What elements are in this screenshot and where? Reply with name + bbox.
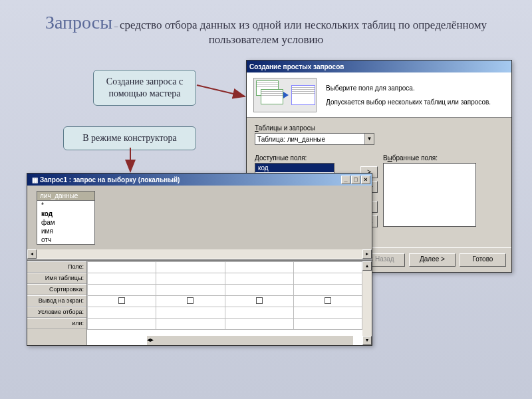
row-label-sort: Сортировка:: [27, 284, 86, 295]
minimize-button[interactable]: _: [341, 176, 350, 184]
table-name-header: лич_данные: [37, 192, 94, 201]
designer-title: Запрос1 : запрос на выборку (локальный): [40, 176, 341, 184]
dropdown-arrow-icon[interactable]: ▼: [364, 134, 374, 144]
close-button[interactable]: ×: [361, 176, 370, 184]
grid-vscrollbar[interactable]: ▴ ▾: [362, 261, 372, 345]
row-label-or: или:: [27, 318, 86, 329]
wizard-pictogram: [253, 78, 317, 112]
label-selected-fields: Выбранные поля:: [383, 154, 503, 162]
row-label-table: Имя таблицы:: [27, 273, 86, 284]
next-button[interactable]: Далее >: [409, 253, 456, 267]
list-item[interactable]: код: [255, 164, 334, 172]
field-item[interactable]: отч: [37, 235, 94, 244]
show-checkbox-cell[interactable]: [225, 296, 293, 307]
grid-hscrollbar[interactable]: ◂ ▸: [147, 336, 353, 345]
svg-line-0: [197, 85, 245, 96]
scroll-up-icon[interactable]: ▴: [362, 261, 372, 271]
row-label-show: Вывод на экран:: [27, 295, 86, 307]
heading-term: Запросы: [45, 12, 112, 33]
wizard-instruction-1: Выберите поля для запроса.: [326, 83, 505, 93]
wizard-titlebar[interactable]: Создание простых запросов: [247, 61, 511, 72]
scroll-right-icon[interactable]: ▸: [150, 336, 154, 345]
diagram-hscrollbar[interactable]: ◂ ▸: [27, 249, 372, 259]
designer-titlebar[interactable]: ▦ Запрос1 : запрос на выборку (локальный…: [27, 174, 372, 186]
grid-row-labels: Поле: Имя таблицы: Сортировка: Вывод на …: [27, 261, 87, 345]
tables-combo-input[interactable]: [255, 134, 364, 144]
label-available-fields: Доступные поля:: [255, 154, 355, 162]
field-item[interactable]: *: [37, 201, 94, 209]
callout-wizard: Создание запроса с помощью мастера: [93, 70, 196, 106]
designer-window: ▦ Запрос1 : запрос на выборку (локальный…: [27, 173, 372, 346]
row-label-field: Поле:: [27, 261, 86, 273]
scroll-left-icon[interactable]: ◂: [27, 249, 37, 259]
scroll-right-icon[interactable]: ▸: [362, 249, 372, 259]
field-item[interactable]: имя: [37, 227, 94, 235]
row-label-criteria: Условие отбора:: [27, 307, 86, 318]
table-field-list[interactable]: лич_данные * код фам имя отч: [37, 191, 95, 245]
wizard-header: Выберите поля для запроса. Допускается в…: [247, 72, 511, 118]
designer-grid-pane: Поле: Имя таблицы: Сортировка: Вывод на …: [27, 261, 372, 345]
finish-button[interactable]: Готово: [460, 253, 506, 267]
show-checkbox-cell[interactable]: [88, 296, 156, 307]
designer-diagram-pane[interactable]: лич_данные * код фам имя отч ◂ ▸: [27, 186, 372, 259]
label-tables-queries: ТТаблицы и запросыаблицы и запросы: [255, 124, 503, 132]
heading-rest: средство отбора данных из одной или неск…: [120, 19, 487, 46]
maximize-button[interactable]: □: [351, 176, 360, 184]
show-checkbox-cell[interactable]: [293, 296, 362, 307]
heading-dash: –: [112, 22, 120, 30]
query-icon: ▦: [32, 176, 38, 184]
wizard-instruction-2: Допускается выбор нескольких таблиц или …: [326, 97, 505, 107]
scroll-down-icon[interactable]: ▾: [362, 336, 372, 345]
show-checkbox-cell[interactable]: [156, 296, 225, 307]
wizard-title: Создание простых запросов: [249, 63, 511, 70]
page-heading: Запросы – средство отбора данных из одно…: [0, 0, 532, 53]
callout-designer: В режиме конструктора: [63, 126, 196, 150]
grid-cells[interactable]: ◂ ▸: [87, 261, 362, 345]
selected-fields-list[interactable]: [383, 163, 476, 227]
field-item[interactable]: фам: [37, 218, 94, 227]
tables-combo[interactable]: ▼: [255, 133, 374, 145]
field-item[interactable]: код: [37, 209, 94, 218]
